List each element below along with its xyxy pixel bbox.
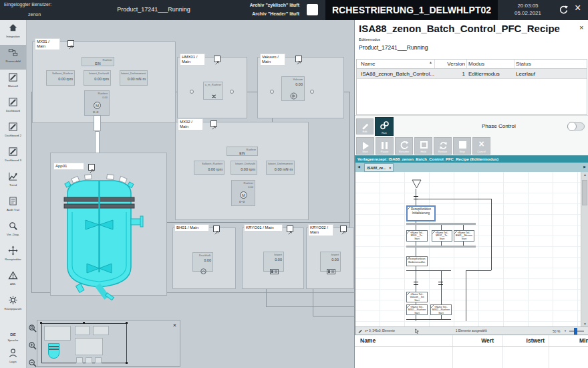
sidebar-item-dashboard-3[interactable]: Dashboard 3: [0, 144, 26, 169]
motor-box[interactable]: Ruehrer 0.00 M o–o: [231, 180, 255, 206]
pfc-step-mx02-ruehren[interactable]: <Name Teil.. MX02__Ruehren Start: [430, 304, 452, 315]
pfc-canvas[interactable]: Rezeptfunktion Initialisierung <Name Tei…: [355, 172, 588, 327]
sidebar-item-prozessbild[interactable]: Prozessbild: [0, 45, 26, 70]
cryostat-box[interactable]: Istwert 0.00: [320, 252, 341, 272]
expand-icon[interactable]: [295, 56, 302, 62]
pfc-window-title: Vorlagenrezept: ISA88_zenon_Batch_Contro…: [355, 156, 588, 163]
param-column-istwert[interactable]: Istwert: [508, 335, 545, 346]
sidebar-item-trend[interactable]: Trend: [0, 169, 26, 193]
expand-icon[interactable]: [287, 225, 293, 232]
scrollbar-thumb[interactable]: [582, 180, 587, 205]
flow-line: [466, 270, 466, 321]
sidebar-item-manuell[interactable]: Manuell: [0, 70, 26, 94]
sidebar-item-ver-diag[interactable]: Ver.-Diag.: [0, 218, 26, 243]
unit-group-app01[interactable]: App01: [50, 153, 167, 296]
edit-button[interactable]: Edit: [356, 118, 374, 134]
scroll-up-icon[interactable]: ▲: [581, 173, 588, 177]
hold-square-icon: [420, 141, 428, 149]
pfc-step-mx01-te[interactable]: <Name Teil.. MX01__Te.. Start: [406, 230, 428, 242]
viewport-handle[interactable]: [126, 362, 128, 364]
recipe-table[interactable]: Name ▲ Version Modus Status ISA88_zenon_…: [356, 59, 587, 115]
zoom-in-icon[interactable]: [28, 341, 37, 353]
parameter-table[interactable]: Name Wert Istwert Min: [355, 335, 588, 368]
pause-button[interactable]: Pause: [376, 137, 394, 155]
unit-group-bh01[interactable]: BH01 / Main Druckhalt. 0.00: [172, 227, 236, 289]
run-button[interactable]: Run: [375, 117, 394, 136]
motor-icon: M: [240, 191, 247, 199]
unit-group-mx02[interactable]: MX02 / Main Ruehrer EIN Sollwert_Ruehrer…: [175, 122, 309, 220]
unit-group-kryo02[interactable]: KRYO02 / Main Istwert 0.00: [306, 227, 354, 289]
scroll-down-icon[interactable]: ▼: [581, 322, 588, 326]
transition-icon[interactable]: [438, 282, 443, 285]
viewport-handle[interactable]: [126, 322, 128, 324]
expand-icon[interactable]: [340, 225, 347, 232]
zoom-fit-icon[interactable]: [28, 323, 37, 335]
pfc-vertical-scrollbar[interactable]: ▲ ▼: [581, 172, 588, 327]
recipe-row-name: ISA88_zenon_Batch_Control...: [361, 69, 434, 79]
start-button[interactable]: Start: [356, 137, 374, 155]
sidebar-item-rezepteditor[interactable]: Rezepteditor: [0, 243, 26, 268]
motor-box[interactable]: Ruehrer 0.00 M o–o: [84, 90, 110, 116]
sidebar-item-rezeptparam[interactable]: Rezeptparam: [0, 292, 26, 317]
param-column-min[interactable]: Min: [579, 335, 588, 346]
tab-prev-icon[interactable]: ◀: [357, 165, 360, 169]
pfc-step-mx01-ruehren[interactable]: <Name Teil.. MX01__Ruehren Start: [406, 304, 428, 315]
hold-button[interactable]: Hold: [414, 137, 432, 155]
expand-icon[interactable]: [214, 56, 220, 62]
refresh-icon[interactable]: [559, 5, 569, 17]
transition-icon[interactable]: [414, 282, 418, 285]
sidebar-item-dashboard-2[interactable]: Dashboard 2: [0, 119, 26, 144]
pfc-tab[interactable]: ISA88_ze... ×: [364, 163, 394, 172]
sidebar-item-aml[interactable]: AML: [0, 268, 26, 292]
param-column-wert[interactable]: Wert: [462, 335, 494, 346]
pfc-step-vakuum-init[interactable]: <Name Teil.. Vakuum__Init Start: [406, 292, 428, 302]
column-header-modus[interactable]: Modus: [468, 60, 484, 69]
stirrer-box[interactable]: a_m_Ruehrer: [203, 82, 223, 100]
unit-group-hmx01[interactable]: HMX01 / Main a_m_Ruehrer: [177, 57, 247, 118]
tab-next-icon[interactable]: ▶: [583, 165, 586, 169]
close-icon[interactable]: ×: [575, 2, 581, 14]
sidebar-item-dashboard[interactable]: Dashboard: [0, 94, 26, 119]
pfc-step-bedieneraufforderung[interactable]: Rezeptfunktion Bedienerauffor.: [406, 256, 428, 266]
unit-group-vakuum[interactable]: Vakuum / Main Vakuum 0.00: [257, 57, 344, 118]
phase-control-toggle[interactable]: [567, 122, 585, 130]
column-header-name[interactable]: Name: [361, 60, 375, 69]
pfc-step-mx02-te[interactable]: <Name Teil.. MX02__Te.. Start: [432, 230, 452, 242]
gear-icon: [8, 295, 18, 305]
pfc-step-bh01-messen[interactable]: <Name Teil.. BH01__Messen Start: [454, 230, 474, 242]
unit-group-kryo01[interactable]: KRYO01 / Main Istwert 0.00: [242, 227, 304, 289]
vacuum-pump-box[interactable]: Vakuum 0.00: [281, 76, 305, 101]
pfc-step-initialisierung[interactable]: Rezeptfunktion Initialisierung: [406, 205, 436, 221]
sidebar-item-audit-trail[interactable]: Audit Trail: [0, 193, 26, 218]
expand-icon[interactable]: [210, 120, 217, 127]
move-arrows-icon: [8, 246, 18, 256]
close-icon[interactable]: ×: [579, 23, 583, 31]
cryostat-box[interactable]: Istwert 0.00: [263, 252, 284, 272]
column-header-version[interactable]: Version: [437, 60, 465, 69]
recipe-row[interactable]: ISA88_zenon_Batch_Control... 1 Editiermo…: [357, 69, 587, 79]
close-icon[interactable]: ×: [173, 322, 176, 329]
zoom-out-icon[interactable]: [28, 358, 37, 368]
window-restore-icon[interactable]: [307, 4, 318, 15]
sidebar-item-integration[interactable]: Integration: [0, 20, 26, 45]
zoom-slider-thumb[interactable]: [574, 328, 577, 335]
column-header-status[interactable]: Status: [516, 60, 531, 69]
expand-icon[interactable]: [67, 40, 74, 47]
stop-button[interactable]: Stop: [453, 137, 471, 155]
resume-button[interactable]: Resume: [395, 137, 413, 155]
overview-minimap-panel[interactable]: ×: [37, 320, 180, 367]
transition-icon[interactable]: [414, 196, 418, 199]
sidebar-item-sprache[interactable]: DE Sprache: [0, 329, 26, 347]
expand-icon[interactable]: [213, 225, 220, 232]
sidebar-item-login[interactable]: Login: [0, 347, 26, 368]
recipe-row-modus: Editiermodus: [468, 69, 500, 79]
param-column-name[interactable]: Name: [360, 335, 376, 346]
pressure-box[interactable]: Druckhalt. 0.00: [192, 252, 213, 272]
tab-close-icon[interactable]: ×: [389, 166, 391, 170]
viewport-handle[interactable]: [40, 322, 42, 324]
restart-button[interactable]: Restart: [434, 137, 452, 155]
language-code: DE: [0, 330, 26, 339]
viewport-handle[interactable]: [83, 322, 85, 324]
cancel-button[interactable]: × Cancel: [472, 137, 490, 155]
unit-group-mx01[interactable]: MX01 / Main Ruehrer EIN Sollwert_Ruehrer…: [32, 41, 176, 123]
